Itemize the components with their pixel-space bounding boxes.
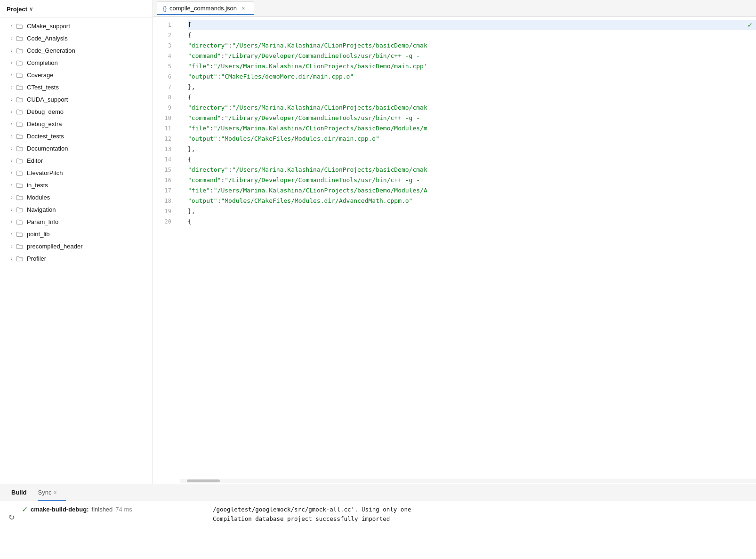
sidebar-item-cuda-support[interactable]: › CUDA_support [0,93,153,105]
sidebar-item-navigation[interactable]: › Navigation [0,203,153,216]
chevron-right-icon: › [8,109,15,114]
build-success-row: ✓ cmake-build-debug: finished 74 ms [22,505,132,514]
chevron-right-icon: › [8,256,15,261]
sidebar-item-modules[interactable]: › Modules [0,191,153,203]
line-number-10: 10 [153,113,176,123]
sidebar-title: Project [7,6,27,13]
json-value: "CMakeFiles/demoMore.dir/main.cpp.o" [221,72,354,82]
code-line-9: "directory": "/Users/Marina.Kalashina/CL… [188,103,756,113]
sidebar-item-code-analysis[interactable]: › Code_Analysis [0,32,153,44]
sidebar-item-editor[interactable]: › Editor [0,154,153,167]
json-bracket: [ [188,20,192,30]
output-line-1: /googletest/googlemock/src/gmock-all.cc'… [213,505,750,514]
refresh-icon[interactable]: ↻ [6,511,17,523]
sidebar-item-coverage[interactable]: › Coverage [0,69,153,81]
sidebar-item-completion[interactable]: › Completion [0,56,153,69]
code-editor[interactable]: 1234567891011121314151617181920 [{ "dire… [153,17,756,484]
code-line-20: { [188,216,756,227]
line-number-14: 14 [153,154,176,165]
sidebar-item-precompiled-header[interactable]: › precompiled_header [0,240,153,252]
build-target-name: cmake-build-debug: [31,506,89,513]
code-line-1: [ [188,20,756,30]
chevron-right-icon: › [8,183,15,188]
sidebar-item-code-generation[interactable]: › Code_Generation [0,44,153,56]
sidebar-item-doctest-tests[interactable]: › Doctest_tests [0,130,153,142]
code-line-14: { [188,154,756,165]
json-value: "/Users/Marina.Kalashina/CLionProjects/b… [232,40,427,51]
json-bracket: { [188,30,192,40]
code-line-13: }, [188,144,756,154]
tab-sync-close[interactable]: × [53,489,56,496]
json-file-icon: {} [163,5,167,12]
json-key: "output" [188,134,217,144]
tab-build-label: Build [11,489,27,496]
sidebar-item-debug-demo[interactable]: › Debug_demo [0,105,153,118]
code-content[interactable]: [{ "directory": "/Users/Marina.Kalashina… [180,17,756,479]
tab-sync-label: Sync [38,489,52,496]
json-bracket: }, [188,82,195,92]
bottom-panel: Build Sync × ↻ ✓ cmake-build-debug: fini… [0,484,756,559]
chevron-right-icon: › [8,158,15,163]
line-number-2: 2 [153,30,176,40]
sidebar-item-label: Documentation [27,145,68,152]
sidebar-item-label: Doctest_tests [27,133,64,140]
tab-build[interactable]: Build [6,486,32,499]
sidebar-item-ctest-tests[interactable]: › CTest_tests [0,81,153,93]
line-number-3: 3 [153,40,176,51]
folder-icon [16,169,24,176]
sidebar-header[interactable]: Project ∨ [0,0,153,18]
chevron-right-icon: › [8,207,15,212]
json-value: "/Users/Marina.Kalashina/CLionProjects/b… [214,185,427,196]
code-line-15: "directory": "/Users/Marina.Kalashina/CL… [188,165,756,175]
validation-icon-area: ✓ [748,20,752,30]
json-value: "/Users/Marina.Kalashina/CLionProjects/b… [214,123,427,134]
sidebar-item-label: CTest_tests [27,84,59,91]
json-key: "command" [188,175,221,185]
code-line-19: }, [188,206,756,216]
folder-icon [16,133,24,139]
json-bracket: { [188,154,192,165]
sidebar-item-label: ElevatorPitch [27,169,63,176]
json-key: "directory" [188,40,228,51]
scrollbar-thumb[interactable] [187,479,220,482]
chevron-right-icon: › [8,24,15,29]
chevron-right-icon: › [8,195,15,200]
chevron-right-icon: › [8,60,15,65]
folder-icon [16,231,24,237]
line-number-18: 18 [153,196,176,206]
sidebar-item-elevatorpitch[interactable]: › ElevatorPitch [0,167,153,179]
line-number-8: 8 [153,92,176,103]
sidebar-item-label: Debug_extra [27,120,62,128]
sidebar-item-label: Completion [27,59,58,66]
sidebar-item-cmake-support[interactable]: › CMake_support [0,20,153,32]
sidebar-item-param-info[interactable]: › Param_Info [0,216,153,228]
folder-icon [16,84,24,90]
sidebar-item-label: Debug_demo [27,108,64,115]
code-line-3: "directory": "/Users/Marina.Kalashina/CL… [188,40,756,51]
tab-sync[interactable]: Sync × [32,486,63,499]
bottom-content: ↻ ✓ cmake-build-debug: finished 74 ms /g… [0,501,756,559]
sidebar-item-in-tests[interactable]: › in_tests [0,179,153,191]
chevron-right-icon: › [8,36,15,41]
horizontal-scrollbar[interactable] [180,479,756,483]
sidebar-item-profiler[interactable]: › Profiler [0,252,153,264]
code-line-17: "file": "/Users/Marina.Kalashina/CLionPr… [188,185,756,196]
line-number-9: 9 [153,103,176,113]
line-number-4: 4 [153,51,176,61]
line-number-7: 7 [153,82,176,92]
code-line-4: "command": "/Library/Developer/CommandLi… [188,51,756,61]
json-bracket: }, [188,144,195,154]
tab-bar: {} compile_commands.json × [153,0,756,17]
folder-icon [16,206,24,213]
tab-close-button[interactable]: × [240,5,247,12]
line-number-5: 5 [153,61,176,72]
tab-compile-commands[interactable]: {} compile_commands.json × [157,1,254,16]
sidebar-item-label: point_lib [27,231,49,238]
sidebar-item-documentation[interactable]: › Documentation [0,142,153,154]
folder-icon [16,96,24,103]
sidebar-item-label: Navigation [27,206,56,213]
chevron-down-icon: ∨ [29,6,33,12]
sidebar-item-point-lib[interactable]: › point_lib [0,228,153,240]
code-line-6: "output": "CMakeFiles/demoMore.dir/main.… [188,72,756,82]
sidebar-item-debug-extra[interactable]: › Debug_extra [0,118,153,130]
